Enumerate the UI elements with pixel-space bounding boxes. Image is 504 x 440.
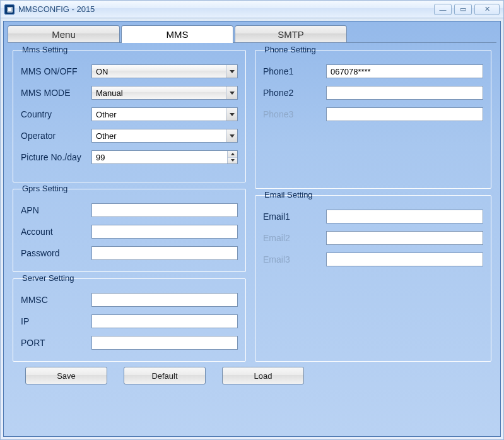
legend-gprs-setting: Gprs Setting xyxy=(20,184,70,193)
label-email2: Email2 xyxy=(263,233,320,243)
input-ip[interactable] xyxy=(91,314,238,328)
label-picture-no: Picture No./day xyxy=(21,152,85,162)
group-server-setting: Server Setting MMSC IP PORT xyxy=(13,278,246,362)
spinner-up-icon[interactable] xyxy=(228,151,237,158)
label-phone3: Phone3 xyxy=(263,109,320,119)
label-port: PORT xyxy=(21,338,85,348)
tab-smtp-label: SMTP xyxy=(278,29,304,40)
legend-mms-setting: Mms Setting xyxy=(20,45,70,54)
titlebar: ▣ MMSCONFIG - 2015 — ▭ ✕ xyxy=(1,1,503,18)
group-gprs-setting: Gprs Setting APN Account Password xyxy=(13,189,246,272)
label-operator: Operator xyxy=(21,131,85,141)
tab-mms-label: MMS xyxy=(167,29,189,40)
label-country: Country xyxy=(21,109,85,119)
input-account[interactable] xyxy=(91,225,238,239)
combo-mms-onoff-value: ON xyxy=(92,67,226,76)
input-phone1[interactable]: 067078**** xyxy=(326,64,483,78)
label-phone2: Phone2 xyxy=(263,88,320,98)
chevron-down-icon xyxy=(226,129,237,142)
label-account: Account xyxy=(21,227,85,237)
group-mms-setting: Mms Setting MMS ON/OFF ON MMS MODE Man xyxy=(13,50,246,182)
legend-email-setting: Email Setting xyxy=(262,190,315,199)
app-window: ▣ MMSCONFIG - 2015 — ▭ ✕ Menu MMS SMTP M… xyxy=(0,0,504,440)
tab-bar: Menu MMS SMTP xyxy=(4,21,500,43)
spinner-picture-no[interactable]: 99 xyxy=(91,150,238,164)
load-button[interactable]: Load xyxy=(222,367,304,384)
label-email1: Email1 xyxy=(263,211,320,222)
combo-mms-mode[interactable]: Manual xyxy=(91,86,238,100)
tab-content: Mms Setting MMS ON/OFF ON MMS MODE Man xyxy=(4,44,500,436)
combo-country[interactable]: Other xyxy=(91,107,238,121)
tab-menu-label: Menu xyxy=(52,29,76,40)
label-email3: Email3 xyxy=(263,254,320,265)
chevron-down-icon xyxy=(226,65,237,78)
bottom-button-bar: Save Default Load xyxy=(13,362,491,384)
save-button[interactable]: Save xyxy=(25,367,107,384)
label-apn: APN xyxy=(21,205,85,215)
input-apn[interactable] xyxy=(91,203,238,217)
legend-server-setting: Server Setting xyxy=(20,273,76,283)
combo-mms-onoff[interactable]: ON xyxy=(91,64,238,78)
label-mmsc: MMSC xyxy=(21,295,85,305)
app-icon: ▣ xyxy=(4,4,15,15)
legend-phone-setting: Phone Setting xyxy=(262,45,319,54)
chevron-down-icon xyxy=(226,108,237,121)
combo-country-value: Other xyxy=(92,110,226,119)
chevron-down-icon xyxy=(226,86,237,99)
label-phone1: Phone1 xyxy=(263,66,320,76)
label-mms-onoff: MMS ON/OFF xyxy=(21,66,85,76)
combo-operator-value: Other xyxy=(92,131,226,141)
label-ip: IP xyxy=(21,316,85,326)
tab-smtp[interactable]: SMTP xyxy=(235,25,347,43)
minimize-button[interactable]: — xyxy=(434,4,452,15)
input-email3[interactable] xyxy=(326,253,483,266)
spinner-picture-no-value: 99 xyxy=(92,151,227,164)
combo-mms-mode-value: Manual xyxy=(92,88,226,98)
default-button[interactable]: Default xyxy=(124,367,206,384)
client-area: Menu MMS SMTP Mms Setting MMS ON/OFF ON xyxy=(3,21,501,437)
input-phone3[interactable] xyxy=(326,107,483,121)
label-mms-mode: MMS MODE xyxy=(21,88,85,98)
input-phone2[interactable] xyxy=(326,86,483,100)
input-port[interactable] xyxy=(91,336,238,350)
group-email-setting: Email Setting Email1 Email2 Email3 xyxy=(255,195,491,362)
close-button[interactable]: ✕ xyxy=(474,4,500,15)
tab-mms[interactable]: MMS xyxy=(121,25,233,43)
tab-menu[interactable]: Menu xyxy=(8,25,120,43)
input-mmsc[interactable] xyxy=(91,293,238,307)
label-password: Password xyxy=(21,248,85,258)
input-email1[interactable] xyxy=(326,210,483,223)
group-phone-setting: Phone Setting Phone1 067078**** Phone2 P… xyxy=(255,50,491,189)
spinner-down-icon[interactable] xyxy=(228,158,237,164)
input-email2[interactable] xyxy=(326,231,483,245)
window-title: MMSCONFIG - 2015 xyxy=(18,4,95,14)
maximize-button[interactable]: ▭ xyxy=(454,4,472,15)
input-password[interactable] xyxy=(91,246,238,260)
combo-operator[interactable]: Other xyxy=(91,129,238,143)
